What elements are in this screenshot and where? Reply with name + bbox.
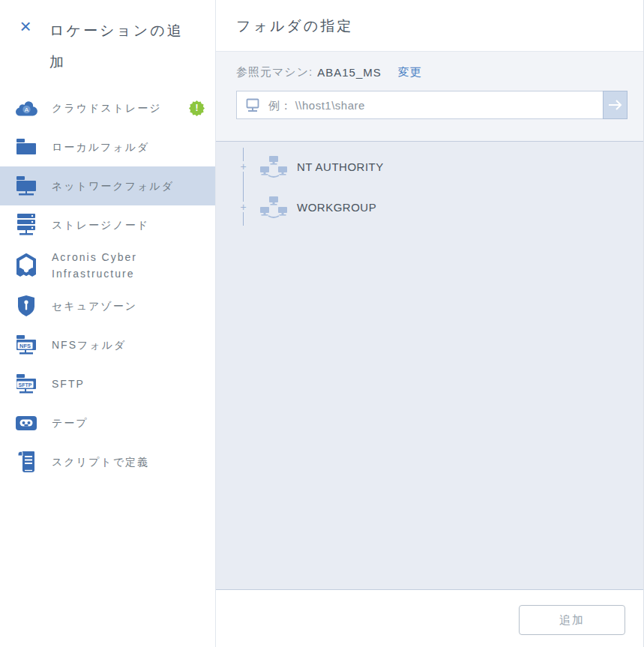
network-group-icon bbox=[259, 155, 288, 178]
dialog-header: × ロケーションの追加 bbox=[0, 0, 215, 88]
close-icon[interactable]: × bbox=[15, 16, 36, 37]
script-icon bbox=[15, 451, 37, 473]
network-browse-tree: + NT AUTHORITY bbox=[216, 141, 643, 589]
sidebar-item-defined-by-script[interactable]: スクリプトで定義 bbox=[0, 442, 215, 481]
expand-plus-icon[interactable]: + bbox=[238, 202, 248, 212]
location-type-list: A クラウドストレージ ! ローカルフォ bbox=[0, 88, 215, 481]
hexagon-icon bbox=[15, 254, 37, 277]
folder-path-input[interactable] bbox=[237, 91, 603, 118]
sidebar-item-label: ネットワークフォルダ bbox=[52, 178, 205, 194]
sidebar-item-label: テープ bbox=[52, 415, 205, 431]
local-folder-icon bbox=[15, 136, 37, 158]
nfs-folder-icon: NFS bbox=[15, 334, 37, 356]
promo-badge-icon: ! bbox=[189, 100, 205, 116]
sidebar-item-label: スクリプトで定義 bbox=[52, 454, 205, 470]
sidebar-item-nfs-folder[interactable]: NFS NFSフォルダ bbox=[0, 325, 215, 364]
browse-controls: 参照元マシン: ABA15_MS 変更 bbox=[216, 51, 643, 141]
sidebar-item-label: SFTP bbox=[52, 376, 205, 392]
sidebar-item-network-folder[interactable]: ネットワークフォルダ bbox=[0, 166, 215, 205]
path-entry bbox=[236, 91, 628, 119]
shield-icon bbox=[15, 295, 37, 317]
browse-machine-row: 参照元マシン: ABA15_MS 変更 bbox=[236, 65, 628, 79]
sidebar-item-label: セキュアゾーン bbox=[52, 298, 205, 314]
sidebar-item-label: NFSフォルダ bbox=[52, 337, 205, 353]
machine-label: 参照元マシン: bbox=[236, 65, 313, 79]
path-field bbox=[236, 91, 603, 119]
tape-icon bbox=[15, 412, 37, 434]
dialog-footer: 追加 bbox=[216, 589, 643, 647]
sidebar-item-label: Acronis Cyber Infrastructure bbox=[52, 249, 205, 282]
folder-specify-panel: フォルダの指定 参照元マシン: ABA15_MS 変更 bbox=[216, 0, 643, 647]
sidebar-item-tape[interactable]: テープ bbox=[0, 403, 215, 442]
svg-text:NFS: NFS bbox=[19, 343, 31, 349]
machine-name: ABA15_MS bbox=[317, 66, 382, 79]
tree-item-label: WORKGROUP bbox=[297, 201, 376, 214]
network-group-icon bbox=[259, 196, 288, 218]
sidebar-item-secure-zone[interactable]: セキュアゾーン bbox=[0, 286, 215, 325]
sidebar-item-label: ストレージノード bbox=[52, 217, 205, 233]
dialog-title: ロケーションの追加 bbox=[49, 15, 196, 78]
network-computer-icon bbox=[244, 97, 261, 117]
panel-header: フォルダの指定 bbox=[216, 0, 643, 51]
sftp-folder-icon: SFTP bbox=[15, 373, 37, 395]
arrow-right-icon bbox=[608, 99, 623, 111]
cloud-icon: A bbox=[15, 97, 37, 119]
tree-item-label: NT AUTHORITY bbox=[297, 160, 384, 173]
change-machine-link[interactable]: 変更 bbox=[398, 65, 422, 79]
sidebar-item-storage-node[interactable]: ストレージノード bbox=[0, 205, 215, 244]
badge-text: ! bbox=[189, 100, 205, 116]
sidebar-item-local-folder[interactable]: ローカルフォルダ bbox=[0, 127, 215, 166]
go-button[interactable] bbox=[603, 91, 628, 119]
add-location-dialog: × ロケーションの追加 A クラウドストレージ ! bbox=[0, 0, 644, 647]
panel-title: フォルダの指定 bbox=[236, 16, 643, 36]
network-folder-icon bbox=[15, 175, 37, 197]
tree-row-workgroup[interactable]: + WORKGROUP bbox=[216, 187, 643, 227]
tree-row-nt-authority[interactable]: + NT AUTHORITY bbox=[216, 146, 643, 187]
sidebar-item-label: ローカルフォルダ bbox=[52, 139, 205, 155]
storage-node-icon bbox=[15, 214, 37, 236]
sidebar-item-acronis-cyber-infrastructure[interactable]: Acronis Cyber Infrastructure bbox=[0, 244, 215, 286]
expand-plus-icon[interactable]: + bbox=[238, 161, 248, 172]
sidebar-item-cloud-storage[interactable]: A クラウドストレージ ! bbox=[0, 88, 215, 127]
sidebar-item-label: クラウドストレージ bbox=[52, 100, 184, 116]
svg-text:SFTP: SFTP bbox=[19, 382, 32, 388]
sidebar-item-sftp[interactable]: SFTP SFTP bbox=[0, 364, 215, 403]
location-type-sidebar: × ロケーションの追加 A クラウドストレージ ! bbox=[0, 0, 216, 647]
svg-text:A: A bbox=[25, 106, 29, 113]
add-button[interactable]: 追加 bbox=[519, 605, 625, 635]
